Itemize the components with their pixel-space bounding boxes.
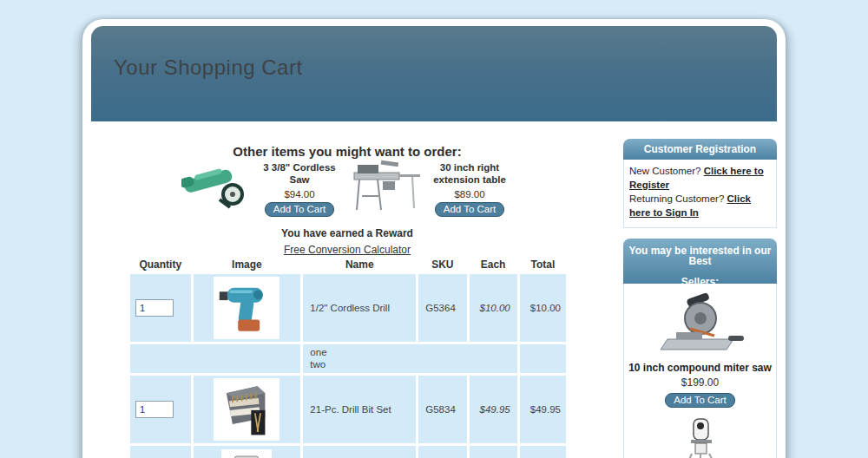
upsell-item: 3 3/8" Cordless Saw $94.00 Add To Cart (181, 160, 343, 217)
sidebar: Customer Registration New Customer? Clic… (623, 139, 777, 458)
best-sellers-title-line1: You may be interested in our Best (623, 245, 777, 266)
product-sku: G5364 (418, 274, 466, 342)
best-seller-price: $199.00 (624, 376, 776, 389)
product-name: 21-Pc. Drill Bit Set (303, 376, 416, 443)
product-each-price: $49.95 (470, 376, 517, 443)
drill-bit-set-image (217, 381, 276, 438)
cart-table: Quantity Image Name SKU Each Total (128, 255, 569, 458)
miter-saw-image (650, 292, 750, 357)
table-row: 21-Pc. Drill Bit Set G5834 $49.95 $49.95 (130, 376, 566, 443)
col-header-quantity: Quantity (130, 258, 191, 272)
table-row: one two (130, 344, 566, 373)
partial-product-image (227, 453, 266, 458)
upsell-item: 30 inch right extension table $89.00 Add… (352, 160, 513, 217)
band-saw-image (667, 418, 733, 458)
col-header-each: Each (470, 258, 517, 272)
product-image-box (214, 277, 279, 339)
add-to-cart-button[interactable]: Add To Cart (435, 202, 505, 217)
col-header-total: Total (520, 258, 566, 272)
cordless-drill-image (217, 279, 276, 337)
col-header-image: Image (194, 258, 301, 272)
cart-table-header-row: Quantity Image Name SKU Each Total (130, 258, 566, 272)
best-sellers-panel: You may be interested in our Best Seller… (623, 239, 777, 458)
note-line: one (310, 346, 516, 358)
extension-table-saw-image (352, 160, 423, 213)
product-each-price: $10.00 (470, 274, 517, 342)
product-total-price: $49.95 (520, 376, 566, 443)
table-row (130, 446, 566, 458)
new-customer-label: New Customer? (629, 166, 700, 176)
product-image-box (221, 449, 272, 458)
add-to-cart-button[interactable]: Add To Cart (265, 202, 335, 217)
add-to-cart-button[interactable]: Add To Cart (665, 393, 735, 408)
customer-registration-panel: Customer Registration New Customer? Clic… (623, 139, 777, 228)
page-banner: Your Shopping Cart (91, 26, 777, 121)
cordless-saw-image (181, 160, 253, 213)
quantity-input[interactable] (135, 299, 174, 317)
main-window: Your Shopping Cart Other items you might… (82, 19, 786, 458)
product-total-price: $10.00 (520, 274, 566, 342)
best-seller-name: 10 inch compound miter saw (624, 362, 776, 374)
conversion-calculator-link[interactable]: Free Conversion Calculator (284, 244, 411, 256)
upsell-item-price: $94.00 (256, 189, 343, 200)
upsell-row: 3 3/8" Cordless Saw $94.00 Add To Cart 3… (117, 160, 577, 217)
upsell-heading: Other items you might want to order: (117, 144, 577, 159)
upsell-item-name: 3 3/8" Cordless Saw (256, 161, 343, 186)
upsell-item-name: 30 inch right extension table (426, 161, 513, 186)
page-title: Your Shopping Cart (114, 56, 303, 80)
upsell-item-price: $89.00 (426, 189, 513, 200)
registration-panel-title: Customer Registration (623, 139, 777, 160)
product-name: 1/2" Cordless Drill (303, 274, 416, 342)
table-row: 1/2" Cordless Drill G5364 $10.00 $10.00 (130, 274, 566, 342)
quantity-input[interactable] (135, 401, 174, 418)
returning-customer-label: Returning Customer? (629, 193, 724, 204)
col-header-name: Name (303, 258, 416, 272)
col-header-sku: SKU (418, 258, 466, 272)
note-line: two (310, 358, 516, 370)
product-image-box (214, 378, 279, 441)
reward-message: You have earned a Reward (117, 227, 577, 239)
product-sku: G5834 (418, 376, 466, 443)
